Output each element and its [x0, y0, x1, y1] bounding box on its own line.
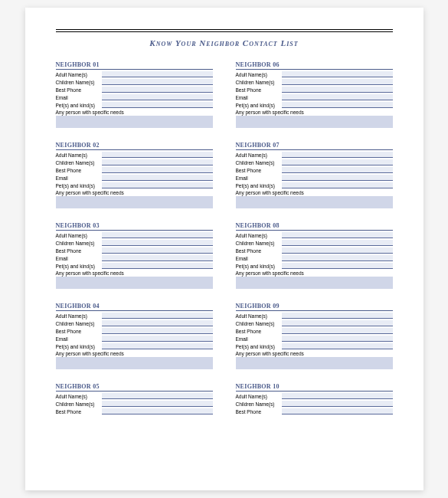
field-row: Adult Name(s): [236, 313, 393, 319]
field-label: Children Name(s): [56, 160, 102, 165]
field-line: [282, 408, 393, 414]
field-line: [102, 232, 213, 238]
field-label: Children Name(s): [56, 80, 102, 85]
neighbor-card: NEIGHBOR 04 Adult Name(s) Children Name(…: [56, 303, 213, 369]
neighbor-header: NEIGHBOR 05: [56, 383, 213, 392]
field-label: Email: [236, 256, 282, 261]
field-line: [282, 102, 393, 108]
field-line: [282, 175, 393, 181]
field-row: Best Phone: [236, 247, 393, 254]
field-label: Pet(s) and kind(s): [236, 264, 282, 269]
field-label: Adult Name(s): [236, 233, 282, 238]
needs-label: Any person with specific needs: [56, 190, 213, 195]
field-row: Email: [236, 175, 393, 181]
neighbor-card: NEIGHBOR 06 Adult Name(s) Children Name(…: [236, 61, 393, 128]
field-row: Best Phone: [236, 408, 393, 414]
neighbor-header: NEIGHBOR 04: [56, 303, 213, 311]
field-line: [102, 71, 213, 77]
field-label: Email: [56, 95, 102, 100]
field-row: Best Phone: [236, 87, 393, 93]
needs-label: Any person with specific needs: [236, 351, 393, 356]
field-label: Children Name(s): [56, 401, 102, 407]
field-line: [282, 152, 393, 158]
field-label: Pet(s) and kind(s): [56, 103, 102, 108]
field-row: Best Phone: [56, 408, 213, 414]
field-line: [282, 232, 393, 238]
field-label: Pet(s) and kind(s): [56, 183, 102, 188]
field-row: Best Phone: [56, 167, 213, 173]
field-label: Children Name(s): [236, 80, 282, 85]
field-line: [102, 247, 213, 254]
field-label: Pet(s) and kind(s): [56, 264, 102, 269]
field-line: [282, 167, 393, 173]
field-row: Pet(s) and kind(s): [236, 102, 393, 108]
field-label: Children Name(s): [56, 241, 102, 246]
field-label: Children Name(s): [236, 401, 282, 407]
field-row: Best Phone: [236, 167, 393, 173]
field-label: Email: [236, 95, 282, 100]
field-row: Children Name(s): [236, 79, 393, 85]
needs-box: [236, 196, 393, 208]
needs-label: Any person with specific needs: [236, 190, 393, 195]
neighbor-card: NEIGHBOR 09 Adult Name(s) Children Name(…: [236, 303, 393, 369]
field-row: Best Phone: [56, 87, 213, 93]
header-rule-bottom: [56, 31, 393, 32]
field-line: [102, 320, 213, 326]
field-row: Adult Name(s): [56, 71, 213, 77]
neighbor-header: NEIGHBOR 01: [56, 61, 213, 70]
field-row: Email: [56, 336, 213, 342]
field-label: Best Phone: [236, 329, 282, 334]
needs-box: [236, 357, 393, 369]
field-row: Best Phone: [56, 328, 213, 334]
field-line: [282, 328, 393, 334]
field-label: Adult Name(s): [56, 72, 102, 77]
neighbor-card: NEIGHBOR 07 Adult Name(s) Children Name(…: [236, 142, 393, 208]
needs-label: Any person with specific needs: [236, 270, 393, 276]
field-label: Email: [56, 336, 102, 342]
needs-box: [236, 116, 393, 128]
field-row: Pet(s) and kind(s): [56, 263, 213, 269]
field-line: [102, 263, 213, 269]
field-row: Best Phone: [236, 328, 393, 334]
field-line: [282, 336, 393, 342]
field-label: Best Phone: [56, 87, 102, 93]
field-line: [282, 320, 393, 326]
page-title: Know Your Neighbor Contact List: [56, 38, 393, 48]
field-line: [282, 94, 393, 100]
field-label: Best Phone: [236, 87, 282, 93]
field-line: [282, 247, 393, 254]
needs-box: [56, 357, 213, 369]
field-row: Children Name(s): [56, 320, 213, 326]
needs-box: [236, 277, 393, 289]
field-label: Email: [56, 256, 102, 261]
field-line: [282, 71, 393, 77]
field-line: [102, 79, 213, 85]
field-line: [102, 336, 213, 342]
neighbor-header: NEIGHBOR 10: [236, 383, 393, 392]
needs-box: [56, 277, 213, 289]
neighbor-card: NEIGHBOR 05 Adult Name(s) Children Name(…: [56, 383, 213, 416]
field-line: [102, 401, 213, 407]
field-label: Children Name(s): [236, 241, 282, 246]
neighbor-header: NEIGHBOR 07: [236, 142, 393, 150]
field-row: Pet(s) and kind(s): [56, 343, 213, 349]
field-row: Pet(s) and kind(s): [236, 343, 393, 349]
field-label: Adult Name(s): [236, 152, 282, 158]
field-line: [102, 182, 213, 188]
field-row: Pet(s) and kind(s): [236, 263, 393, 269]
neighbor-card: NEIGHBOR 02 Adult Name(s) Children Name(…: [56, 142, 213, 208]
field-row: Adult Name(s): [236, 152, 393, 158]
field-line: [282, 240, 393, 246]
field-label: Email: [56, 175, 102, 181]
field-label: Best Phone: [56, 409, 102, 414]
field-label: Adult Name(s): [236, 313, 282, 319]
field-line: [102, 94, 213, 100]
field-label: Children Name(s): [236, 160, 282, 165]
field-row: Pet(s) and kind(s): [56, 182, 213, 188]
field-row: Pet(s) and kind(s): [236, 182, 393, 188]
field-label: Children Name(s): [56, 321, 102, 326]
field-line: [102, 255, 213, 261]
field-label: Best Phone: [236, 248, 282, 254]
field-line: [102, 240, 213, 246]
field-label: Pet(s) and kind(s): [236, 103, 282, 108]
